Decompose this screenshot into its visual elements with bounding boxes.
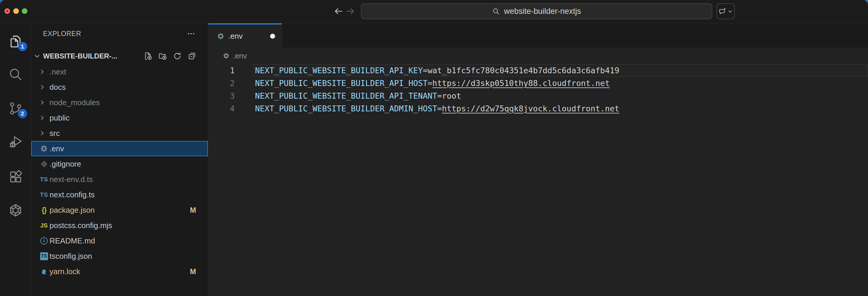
ellipsis-icon xyxy=(187,29,195,38)
file-name: src xyxy=(50,129,60,138)
url-link[interactable]: https://d2w75qqk8jvock.cloudfront.net xyxy=(442,104,619,113)
file-name: .env xyxy=(50,144,64,153)
refresh-explorer-button[interactable] xyxy=(173,51,182,60)
chevron-right-icon xyxy=(39,130,45,136)
explorer-title: EXPLORER xyxy=(43,30,81,38)
file-name: next-env.d.ts xyxy=(50,175,93,184)
equals-sign: = xyxy=(437,91,442,101)
navigate-forward-button[interactable] xyxy=(344,5,356,17)
git-status-badge: M xyxy=(190,206,196,214)
typescript-icon: TS xyxy=(40,176,48,183)
file-name: node_modules xyxy=(50,98,100,107)
file-name: .next xyxy=(50,68,66,77)
env-value: wat_b1fc5fc780c04351e4b7dd5c6da3c6afb419 xyxy=(428,66,619,75)
explorer-sidebar: EXPLORER WEBSITE-BUILDER-... xyxy=(31,23,208,296)
new-folder-button[interactable] xyxy=(158,51,167,60)
dirty-indicator[interactable] xyxy=(270,34,275,39)
line-number: 3 xyxy=(208,91,235,101)
search-icon xyxy=(492,7,500,16)
tree-item-readme-md[interactable]: i README.md xyxy=(31,233,208,248)
new-folder-icon xyxy=(158,51,167,60)
url-link[interactable]: https://d3skp0510thy88.cloudfront.net xyxy=(432,79,610,88)
activity-extensions-button[interactable] xyxy=(0,160,31,193)
tree-item-postcss-config-mjs[interactable]: JS postcss.config.mjs xyxy=(31,218,208,233)
activity-source-control-button[interactable]: 2 xyxy=(0,92,31,125)
tree-item-tsconfig-json[interactable]: TS tsconfig.json xyxy=(31,248,208,264)
code-editor[interactable]: 1 NEXT_PUBLIC_WEBSITE_BUILDER_API_KEY=wa… xyxy=(208,64,868,296)
env-key: NEXT_PUBLIC_WEBSITE_BUILDER_ADMIN_HOST xyxy=(255,104,437,113)
env-key: NEXT_PUBLIC_WEBSITE_BUILDER_API_KEY xyxy=(255,66,423,75)
tree-item-next-config-ts[interactable]: TS next.config.ts xyxy=(31,187,208,203)
line-number: 2 xyxy=(208,79,235,88)
tree-item-next[interactable]: .next xyxy=(31,64,208,79)
tree-item-public[interactable]: public xyxy=(31,110,208,126)
file-name: docs xyxy=(50,83,66,92)
file-name: package.json xyxy=(50,206,95,215)
new-file-button[interactable] xyxy=(143,51,152,60)
code-line: 4 NEXT_PUBLIC_WEBSITE_BUILDER_ADMIN_HOST… xyxy=(208,102,868,115)
chevron-down-icon xyxy=(728,9,733,14)
breadcrumb-label: .env xyxy=(233,52,247,60)
close-window-button[interactable] xyxy=(4,8,10,14)
explorer-more-actions-button[interactable] xyxy=(186,29,196,39)
file-name: README.md xyxy=(50,236,95,245)
chevron-down-icon xyxy=(34,53,41,60)
tree-item-next-env-d-ts[interactable]: TS next-env.d.ts xyxy=(31,172,208,187)
tab-bar: .env xyxy=(208,23,868,48)
line-number: 4 xyxy=(208,104,235,113)
workspace-section-header[interactable]: WEBSITE-BUILDER-... xyxy=(31,48,208,64)
env-key: NEXT_PUBLIC_WEBSITE_BUILDER_API_HOST xyxy=(255,79,428,88)
navigate-back-button[interactable] xyxy=(333,5,344,17)
json-braces-icon: {} xyxy=(41,206,46,214)
code-line: 2 NEXT_PUBLIC_WEBSITE_BUILDER_API_HOST=h… xyxy=(208,77,868,89)
tree-item-gitignore[interactable]: .gitignore xyxy=(31,156,208,172)
typescript-icon: TS xyxy=(40,191,48,198)
tree-item-yarn-lock[interactable]: yarn.lock M xyxy=(31,264,208,279)
gear-icon xyxy=(40,145,48,153)
tab-label: .env xyxy=(228,32,243,41)
vscode-window: website-builder-nextjs 1 xyxy=(0,0,868,296)
explorer-badge: 1 xyxy=(18,42,27,51)
activity-hexagon-extension-button[interactable] xyxy=(0,194,31,227)
equals-sign: = xyxy=(423,66,428,75)
file-name: yarn.lock xyxy=(50,267,80,276)
collapse-all-icon xyxy=(187,51,197,60)
file-name: next.config.ts xyxy=(50,190,95,199)
copilot-chat-button[interactable] xyxy=(716,3,735,19)
collapse-folders-button[interactable] xyxy=(187,51,197,60)
arrow-right-icon xyxy=(345,6,355,16)
source-control-badge: 2 xyxy=(18,109,27,118)
workspace-name: WEBSITE-BUILDER-... xyxy=(43,52,117,60)
hexagon-icon xyxy=(8,203,23,218)
file-name: postcss.config.mjs xyxy=(50,221,112,230)
tree-item-docs[interactable]: docs xyxy=(31,79,208,95)
env-value: root xyxy=(442,91,461,101)
code-line: 3 NEXT_PUBLIC_WEBSITE_BUILDER_API_TENANT… xyxy=(208,89,868,102)
line-number: 1 xyxy=(208,66,235,75)
gear-icon xyxy=(217,32,224,40)
breadcrumb[interactable]: .env xyxy=(208,48,868,64)
tree-item-node-modules[interactable]: node_modules xyxy=(31,95,208,110)
command-center-search[interactable]: website-builder-nextjs xyxy=(361,3,712,19)
tree-item-package-json[interactable]: {} package.json M xyxy=(31,203,208,218)
chevron-right-icon xyxy=(39,84,45,90)
command-center-label: website-builder-nextjs xyxy=(504,7,581,16)
file-name: public xyxy=(50,113,69,123)
activity-explorer-button[interactable]: 1 xyxy=(0,25,31,58)
chat-sparkle-icon xyxy=(718,7,726,16)
activity-search-button[interactable] xyxy=(0,58,31,91)
zoom-window-button[interactable] xyxy=(22,8,27,14)
gear-icon xyxy=(223,53,229,59)
activity-run-debug-button[interactable] xyxy=(0,125,31,158)
tree-item-env[interactable]: .env xyxy=(31,141,208,156)
tree-item-src[interactable]: src xyxy=(31,126,208,141)
git-status-badge: M xyxy=(190,267,196,276)
minimize-window-button[interactable] xyxy=(13,8,19,14)
tab-env[interactable]: .env xyxy=(208,23,282,48)
arrow-left-icon xyxy=(334,6,343,16)
javascript-icon: JS xyxy=(40,222,48,229)
file-tree: .next docs node_modules public src .env xyxy=(31,64,208,279)
equals-sign: = xyxy=(428,79,432,88)
new-file-icon xyxy=(143,51,152,60)
yarn-cat-icon xyxy=(40,268,48,275)
